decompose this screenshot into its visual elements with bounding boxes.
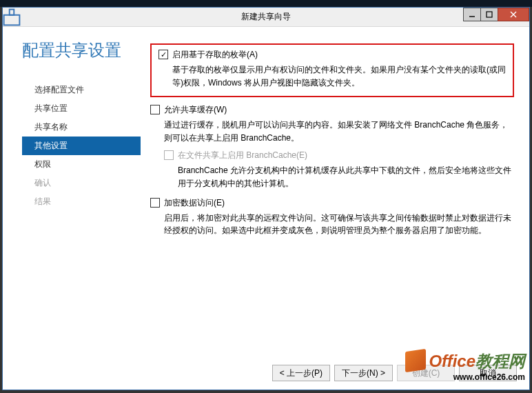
step-result: 结果 (22, 192, 141, 211)
wizard-window: 新建共享向导 配置共享设置 选择配置文件 共享位置 共享名称 其他设置 权限 确… (2, 7, 530, 390)
minimize-button[interactable] (463, 8, 481, 21)
app-icon (3, 8, 21, 27)
desc-allow-caching: 通过进行缓存，脱机用户可以访问共享的内容。如果安装了网络文件 BranchCac… (164, 119, 514, 144)
svg-rect-1 (10, 9, 14, 14)
highlight-box: 启用基于存取的枚举(A) 基于存取的枚举仅显示用户有权访问的文件和文件夹。如果用… (150, 43, 514, 97)
desc-branchcache: BranchCache 允许分支机构中的计算机缓存从此共享中下载的文件，然后安全… (178, 164, 514, 190)
page-heading: 配置共享设置 (22, 39, 141, 61)
settings-panel: 启用基于存取的枚举(A) 基于存取的枚举仅显示用户有权访问的文件和文件夹。如果用… (141, 39, 529, 356)
window-buttons (464, 8, 529, 21)
wizard-steps: 选择配置文件 共享位置 共享名称 其他设置 权限 确认 结果 (22, 81, 141, 211)
label-branchcache: 在文件共享上启用 BranchCache(E) (178, 150, 307, 161)
window-title: 新建共享向导 (241, 11, 291, 23)
step-select-profile[interactable]: 选择配置文件 (22, 81, 141, 99)
client-area: 配置共享设置 选择配置文件 共享位置 共享名称 其他设置 权限 确认 结果 启用… (3, 27, 529, 390)
titlebar: 新建共享向导 (3, 8, 529, 27)
label-encrypt-data: 加密数据访问(E) (164, 197, 225, 209)
desc-encrypt-data: 启用后，将加密对此共享的远程文件访问。这可确保与该共享之间传输数据时禁止对数据进… (164, 212, 514, 237)
label-access-based-enum: 启用基于存取的枚举(A) (172, 49, 258, 61)
button-row: < 上一步(P) 下一步(N) > 创建(C) 取消 (3, 356, 529, 390)
label-allow-caching: 允许共享缓存(W) (164, 104, 227, 116)
left-column: 配置共享设置 选择配置文件 共享位置 共享名称 其他设置 权限 确认 结果 (3, 39, 141, 356)
step-confirm: 确认 (22, 174, 141, 192)
create-button: 创建(C) (397, 365, 455, 381)
taskbar-fragment (0, 0, 532, 7)
cancel-button[interactable]: 取消 (459, 365, 517, 381)
next-button[interactable]: 下一步(N) > (334, 365, 393, 381)
svg-rect-0 (4, 14, 20, 25)
step-other-settings[interactable]: 其他设置 (22, 137, 141, 155)
step-share-location[interactable]: 共享位置 (22, 99, 141, 118)
step-share-name[interactable]: 共享名称 (22, 118, 141, 137)
checkbox-access-based-enum[interactable] (158, 50, 168, 59)
prev-button[interactable]: < 上一步(P) (272, 365, 330, 381)
close-button[interactable] (498, 8, 529, 21)
checkbox-branchcache (164, 150, 174, 160)
maximize-button[interactable] (480, 8, 498, 21)
checkbox-allow-caching[interactable] (150, 105, 160, 114)
step-permissions[interactable]: 权限 (22, 155, 141, 174)
svg-rect-3 (487, 12, 492, 17)
checkbox-encrypt-data[interactable] (150, 198, 160, 208)
desc-access-based-enum: 基于存取的枚举仅显示用户有权访问的文件和文件夹。如果用户没有某个文件夹的读取(或… (172, 63, 506, 89)
